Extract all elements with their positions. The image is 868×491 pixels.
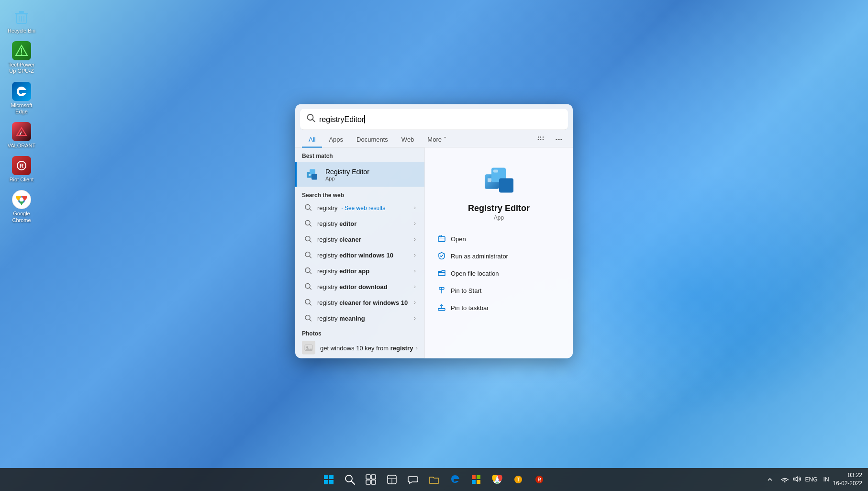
photos-section-title: Photos: [295, 326, 424, 338]
result-registry-editor-win10[interactable]: registry editor windows 10 ›: [297, 247, 423, 263]
svg-text:R: R: [537, 477, 541, 482]
desktop-icon-edge[interactable]: Microsoft Edge: [5, 79, 38, 117]
recycle-bin-icon: [12, 7, 31, 26]
action-open[interactable]: Open: [433, 231, 565, 247]
search-web-icon-6: [304, 298, 312, 307]
svg-line-10: [20, 132, 22, 135]
result-chevron-7: ›: [414, 315, 416, 322]
tab-all[interactable]: All: [302, 132, 322, 148]
chrome-label: Google Chrome: [7, 211, 36, 223]
search-tabs-right: [534, 133, 566, 147]
tab-more[interactable]: More ˅: [421, 132, 453, 148]
result-registry-editor-app[interactable]: registry editor app ›: [297, 263, 423, 279]
taskbar-edge[interactable]: [445, 470, 465, 489]
svg-line-33: [310, 225, 312, 227]
desktop-icon-techpowerup[interactable]: TechPowerUp GPU-Z: [5, 39, 38, 77]
svg-point-44: [305, 315, 310, 320]
search-input[interactable]: registryEditor: [319, 115, 561, 123]
search-web-icon-5: [304, 282, 312, 291]
desktop-icon-recycle-bin[interactable]: Recycle Bin: [5, 5, 38, 36]
result-registry-cleaner[interactable]: registry cleaner ›: [297, 232, 423, 247]
action-file-location[interactable]: Open file location: [433, 265, 565, 281]
svg-point-17: [538, 136, 539, 137]
action-pin-taskbar[interactable]: Pin to taskbar: [433, 300, 565, 316]
taskbar-chrome[interactable]: [488, 470, 507, 489]
action-run-admin-label: Run as administrator: [451, 252, 508, 259]
search-bar[interactable]: registryEditor: [300, 109, 568, 130]
techpowerup-label: TechPowerUp GPU-Z: [7, 62, 36, 74]
result-registry-cleaner-win10[interactable]: registry cleaner for windows 10 ›: [297, 295, 423, 310]
svg-point-22: [543, 139, 544, 140]
desktop-icon-chrome[interactable]: Google Chrome: [5, 188, 38, 225]
taskbar-search[interactable]: [340, 470, 359, 489]
taskbar-app10[interactable]: R: [530, 470, 549, 489]
result-chevron-3: ›: [414, 252, 416, 258]
svg-line-35: [310, 241, 312, 243]
photo-result-item[interactable]: get windows 10 key from registry ›: [295, 338, 424, 358]
tab-web[interactable]: Web: [395, 132, 421, 148]
svg-rect-53: [493, 170, 498, 173]
svg-rect-78: [477, 480, 480, 484]
taskbar-network-icon[interactable]: [780, 476, 789, 484]
svg-point-8: [21, 54, 22, 55]
photo-chevron: ›: [416, 345, 418, 351]
taskbar-task-view[interactable]: [361, 470, 380, 489]
taskbar-store[interactable]: [467, 470, 486, 489]
svg-rect-60: [438, 309, 445, 311]
best-match-item[interactable]: Registry Editor App: [295, 162, 424, 187]
taskbar-widgets[interactable]: [382, 470, 401, 489]
result-registry[interactable]: registry · See web results ›: [297, 200, 423, 215]
result-registry-meaning[interactable]: registry meaning ›: [297, 311, 423, 326]
svg-text:T: T: [517, 477, 520, 482]
search-options-icon[interactable]: [534, 133, 548, 147]
result-chevron-2: ›: [414, 236, 416, 243]
svg-rect-62: [324, 475, 328, 479]
taskbar-overflow-icon[interactable]: [763, 473, 777, 486]
svg-rect-55: [438, 237, 445, 242]
taskbar-file-explorer[interactable]: [424, 470, 444, 489]
action-file-location-label: Open file location: [451, 269, 499, 277]
result-registry-editor[interactable]: registry editor ›: [297, 216, 423, 231]
action-pin-start[interactable]: Pin to Start: [433, 282, 565, 299]
svg-rect-76: [477, 475, 480, 479]
search-web-icon-1: [304, 219, 312, 228]
desktop-icon-valorant[interactable]: VALORANT: [5, 120, 38, 151]
best-match-name: Registry Editor: [325, 168, 369, 176]
taskbar-start[interactable]: [319, 470, 338, 489]
result-chevron-4: ›: [414, 268, 416, 274]
svg-rect-65: [329, 480, 334, 484]
svg-point-23: [556, 139, 557, 140]
svg-text:R: R: [20, 163, 24, 169]
riot-label: Riot Client: [10, 177, 34, 183]
taskbar-time-date[interactable]: 03:22 16-02-2022: [833, 471, 862, 488]
desktop-icon-riot[interactable]: R Riot Client: [5, 154, 38, 185]
tab-apps[interactable]: Apps: [322, 132, 350, 148]
result-text-editor-app: registry editor app: [317, 267, 414, 274]
search-web-section-title: Search the web: [295, 188, 424, 200]
taskbar-chat[interactable]: [403, 470, 423, 489]
app-big-name: Registry Editor: [468, 203, 530, 213]
taskbar-app9[interactable]: T: [509, 470, 528, 489]
desktop-icons: Recycle Bin TechPowerUp GPU-Z Microsoft …: [5, 5, 38, 226]
result-chevron-1: ›: [414, 220, 416, 227]
action-open-label: Open: [451, 235, 466, 242]
taskbar-volume-icon[interactable]: [793, 476, 801, 484]
result-registry-editor-download[interactable]: registry editor download ›: [297, 279, 423, 294]
svg-rect-28: [312, 174, 317, 180]
tab-documents[interactable]: Documents: [350, 132, 395, 148]
app-big-icon: [480, 159, 518, 198]
action-run-admin[interactable]: Run as administrator: [433, 248, 565, 264]
svg-point-20: [538, 139, 539, 140]
search-more-icon[interactable]: [552, 133, 566, 147]
svg-rect-54: [488, 179, 491, 182]
svg-rect-75: [472, 475, 476, 479]
action-pin-start-label: Pin to Start: [451, 287, 481, 294]
svg-line-37: [310, 257, 312, 258]
result-text-registry: registry · See web results: [317, 204, 414, 211]
search-content: Best match Registry Editor App: [295, 148, 573, 358]
search-right-panel: Registry Editor App Open: [424, 148, 573, 358]
search-web-icon-3: [304, 251, 312, 259]
chrome-icon: [12, 190, 31, 209]
valorant-icon: [12, 122, 31, 141]
result-chevron-0: ›: [414, 204, 416, 211]
